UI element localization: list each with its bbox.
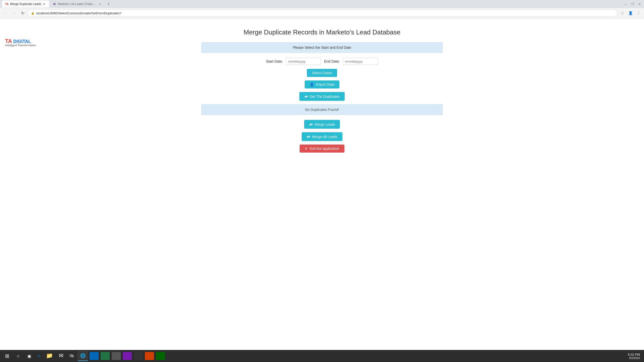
tab1-favicon: TA [5, 2, 9, 6]
exit-label: Exit the application [310, 147, 339, 151]
restore-button[interactable]: ❐ [630, 2, 635, 7]
start-date-label: Start Date: [266, 59, 283, 63]
get-duplicates-row: Get The Duplicates [201, 92, 443, 101]
get-duplicates-button[interactable]: Get The Duplicates [299, 92, 345, 101]
exit-row: Exit the application [201, 145, 443, 153]
lock-icon: 🔒 [31, 11, 35, 15]
browser-nav-icons: ☆ 👤 ⋮ [619, 10, 642, 17]
new-tab-button[interactable]: + [105, 1, 111, 7]
address-bar[interactable]: 🔒 localhost:8080/SelectCommonEmails/GetF… [28, 10, 617, 17]
back-button[interactable]: ← [2, 10, 9, 17]
merge-leads-button[interactable]: Merge Leads [304, 120, 340, 129]
date-row: Start Date: End Date: [201, 58, 443, 65]
import-data-row: Import Data [201, 80, 443, 88]
select-dates-label: Select Dates [312, 71, 332, 75]
tab2-favicon: M [53, 2, 56, 6]
end-date-input[interactable] [343, 58, 378, 65]
main-content: Merge Duplicate Records in Marketo's Lea… [196, 18, 448, 161]
status-banner: No Duplicates Found! [201, 104, 443, 115]
address-text: localhost:8080/SelectCommonEmails/GetFor… [36, 11, 614, 15]
merge-all-leads-button[interactable]: Merge All Leads [302, 132, 342, 141]
merge-leads-row: Merge Leads [201, 120, 443, 129]
tab1-close[interactable]: ✕ [42, 2, 46, 6]
merge-leads-label: Merge Leads [314, 122, 335, 126]
exit-icon [305, 147, 308, 151]
title-bar: TA Merge Duplicate Leads ✕ M Marketo | A… [0, 0, 644, 8]
date-selection-banner: Please Select the Start and End Date [201, 42, 443, 53]
get-duplicates-icon [304, 94, 308, 99]
merge-leads-icon [309, 122, 312, 127]
merge-all-leads-row: Merge All Leads [201, 132, 443, 141]
profile-icon[interactable]: 👤 [627, 10, 634, 17]
close-button[interactable]: ✕ [637, 2, 642, 7]
tab2-label: Marketo | All Leads (Training) • ... [58, 2, 97, 6]
logo-tagline: Intelligent Transformation [5, 44, 36, 47]
logo-digital: DIGITAL [12, 39, 31, 44]
tab-marketo-leads[interactable]: M Marketo | All Leads (Training) • ... ✕ [50, 1, 105, 8]
menu-icon[interactable]: ⋮ [635, 10, 642, 17]
select-dates-row: Select Dates [201, 69, 443, 77]
import-data-label: Import Data [316, 82, 334, 86]
logo-area: TA DIGITAL Intelligent Transformation [5, 38, 36, 47]
forward-button[interactable]: → [11, 10, 18, 17]
reload-button[interactable]: ↻ [19, 10, 26, 17]
get-duplicates-label: Get The Duplicates [310, 95, 340, 99]
window-controls: — ❐ ✕ [623, 2, 642, 7]
import-data-button[interactable]: Import Data [305, 80, 339, 88]
minimize-button[interactable]: — [623, 2, 628, 7]
merge-all-leads-label: Merge All Leads [312, 135, 337, 139]
import-person-icon [310, 82, 314, 86]
nav-bar: ← → ↻ 🔒 localhost:8080/SelectCommonEmail… [0, 8, 644, 18]
logo-ta: TA [5, 38, 12, 44]
bookmark-icon[interactable]: ☆ [619, 10, 626, 17]
tab2-close[interactable]: ✕ [98, 2, 102, 6]
end-date-label: End Date: [324, 59, 340, 63]
tab-merge-duplicate-leads[interactable]: TA Merge Duplicate Leads ✕ [2, 1, 49, 8]
tab1-label: Merge Duplicate Leads [10, 2, 41, 6]
page-title: Merge Duplicate Records in Marketo's Lea… [201, 28, 443, 36]
merge-all-leads-icon [307, 134, 310, 139]
browser-chrome: TA Merge Duplicate Leads ✕ M Marketo | A… [0, 0, 644, 18]
exit-button[interactable]: Exit the application [300, 145, 344, 153]
start-date-input[interactable] [286, 58, 321, 65]
select-dates-button[interactable]: Select Dates [307, 69, 337, 77]
